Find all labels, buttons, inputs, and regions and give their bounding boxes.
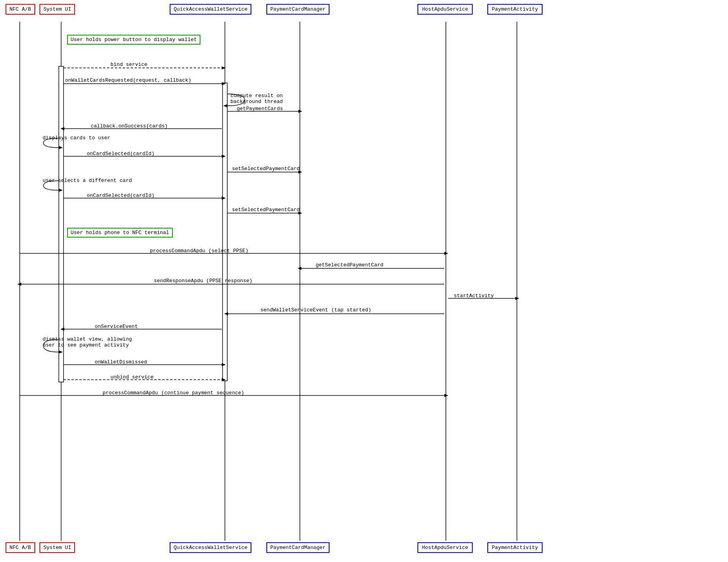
msg-onwalletdismissed: onWalletDismissed <box>95 359 147 365</box>
sequence-diagram: NFC A/B System UI QuickAccessWalletServi… <box>0 0 728 562</box>
actor-pa-top: PaymentActivity <box>487 4 543 15</box>
actor-sysui-top: System UI <box>39 4 75 15</box>
actor-qaws-top: QuickAccessWalletService <box>170 4 251 15</box>
arrows-svg <box>0 0 728 562</box>
svg-marker-34 <box>515 297 519 300</box>
msg-setselected1: setSelectedPaymentCard <box>232 166 300 172</box>
svg-marker-16 <box>60 127 64 130</box>
msg-bind-service: bind service <box>110 62 148 67</box>
note-power-button: User holds power button to display walle… <box>67 35 200 45</box>
msg-oncardselected2: onCardSelected(cardId) <box>87 193 155 199</box>
svg-rect-6 <box>59 66 64 382</box>
msg-setselected2: setSelectedPaymentCard <box>232 207 300 213</box>
msg-user-selects-diff: user selects a different card <box>43 178 132 184</box>
msg-startactivity: startActivity <box>454 293 494 299</box>
msg-sendresponse: sendResponseApdu (PPSE response) <box>154 278 253 284</box>
msg-onwalletcards: onWalletCardsRequested(request, callback… <box>65 77 191 83</box>
svg-marker-32 <box>17 283 21 286</box>
svg-marker-22 <box>59 189 63 192</box>
svg-marker-9 <box>222 66 226 69</box>
svg-marker-39 <box>59 350 63 354</box>
msg-onserviceevent: onServiceEvent <box>95 324 138 330</box>
msg-getselectedcard: getSelectedPaymentCard <box>316 262 384 268</box>
msg-unbind: unbind service <box>110 374 153 380</box>
svg-rect-7 <box>223 83 227 381</box>
svg-marker-12 <box>223 104 227 107</box>
svg-marker-45 <box>444 394 448 397</box>
actor-pcm-top: PaymentCardManager <box>266 4 329 15</box>
note-nfc-terminal: User holds phone to NFC terminal <box>67 228 173 238</box>
msg-processcommand2: processCommandApdu (continue payment seq… <box>103 390 244 396</box>
msg-callbackonsuccess: callback.onSuccess(cards) <box>91 123 168 129</box>
svg-marker-24 <box>222 197 226 200</box>
svg-marker-38 <box>60 328 64 331</box>
svg-marker-28 <box>444 252 448 255</box>
actor-nfc-bottom: NFC A/B <box>6 542 35 553</box>
msg-getpaymentcards: getPaymentCards <box>237 106 283 112</box>
actor-hapdu-top: HostApduService <box>417 4 473 15</box>
msg-oncardselected1: onCardSelected(cardId) <box>87 151 155 157</box>
msg-compute: compute result onbackground thread <box>230 93 283 105</box>
msg-displays-cards: displays cards to user <box>43 135 110 141</box>
svg-marker-17 <box>59 146 63 149</box>
svg-marker-19 <box>222 155 226 158</box>
msg-processcommand1: processCommandApdu (select PPSE) <box>150 248 249 254</box>
svg-marker-43 <box>222 378 226 381</box>
svg-marker-41 <box>222 363 226 366</box>
actor-hapdu-bottom: HostApduService <box>417 542 473 553</box>
svg-marker-11 <box>222 82 226 85</box>
svg-marker-30 <box>298 267 301 270</box>
svg-marker-14 <box>298 110 302 113</box>
svg-marker-36 <box>224 312 228 315</box>
actor-nfc-top: NFC A/B <box>6 4 35 15</box>
actor-qaws-bottom: QuickAccessWalletService <box>170 542 251 553</box>
actor-pcm-bottom: PaymentCardManager <box>266 542 329 553</box>
msg-dismiss-wallet: dismiss wallet view, allowinguser to see… <box>43 336 132 348</box>
msg-sendwalletevent: sendWalletServiceEvent (tap started) <box>260 307 371 313</box>
actor-pa-bottom: PaymentActivity <box>487 542 543 553</box>
actor-sysui-bottom: System UI <box>39 542 75 553</box>
